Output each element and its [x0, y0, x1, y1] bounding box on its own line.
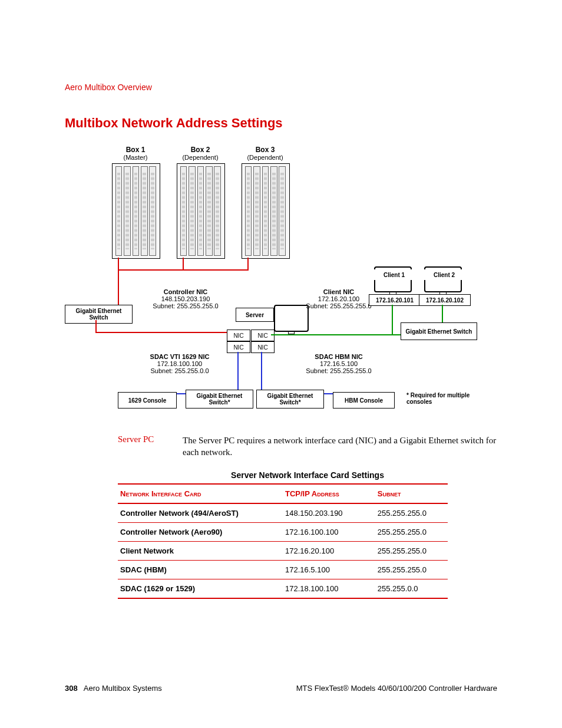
- cell-subnet: 255.255.255.0: [375, 541, 448, 560]
- client1-ip: 172.16.20.101: [369, 294, 421, 306]
- ge-switch-hbm: Gigabit Ethernet Switch*: [256, 390, 324, 409]
- cell-subnet: 255.255.255.0: [375, 560, 448, 579]
- box2-name: Box 2: [174, 146, 227, 154]
- console-1629: 1629 Console: [118, 392, 177, 409]
- wire-blue: [261, 352, 262, 393]
- cell-name: Client Network: [118, 541, 283, 560]
- controller-nic-label: Controller NIC 148.150.203.190 Subnet: 2…: [135, 288, 236, 309]
- wire-green: [392, 305, 393, 334]
- wire-blue: [237, 352, 239, 393]
- cell-subnet: 255.255.255.0: [375, 522, 448, 541]
- wire-red: [95, 332, 230, 333]
- ge-switch-controller: Gigabit Ethernet Switch: [65, 305, 133, 324]
- sdac-hbm-label: SDAC HBM NIC 172.16.5.100 Subnet: 255.25…: [289, 353, 389, 374]
- ge-switch-client: Gigabit Ethernet Switch: [401, 322, 477, 340]
- sdac-vti-label: SDAC VTI 1629 NIC 172.18.100.100 Subnet:…: [130, 353, 230, 374]
- cell-subnet: 255.255.255.0: [375, 503, 448, 523]
- sdac-hbm-subnet: Subnet: 255.255.255.0: [306, 367, 371, 374]
- table-row: Client Network 172.16.20.100 255.255.255…: [118, 541, 448, 560]
- table-row: Controller Network (494/AeroST) 148.150.…: [118, 503, 448, 523]
- footer-left: 308 Aero Multibox Systems: [65, 684, 162, 693]
- controller-nic-ip: 148.150.203.190: [161, 295, 210, 302]
- nic-top-left: NIC: [227, 330, 250, 341]
- box3-label: Box 3 (Dependent): [239, 146, 292, 161]
- cell-subnet: 255.255.0.0: [375, 579, 448, 598]
- box3-name: Box 3: [239, 146, 292, 154]
- chassis-box3: [242, 163, 290, 259]
- sdac-vti-subnet: Subnet: 255.255.0.0: [150, 367, 209, 374]
- nic-bot-right: NIC: [251, 341, 275, 353]
- table-row: Controller Network (Aero90) 172.16.100.1…: [118, 522, 448, 541]
- controller-nic-subnet: Subnet: 255.255.255.0: [153, 302, 218, 309]
- client2-ip: 172.16.20.102: [419, 294, 471, 306]
- page: Aero Multibox Overview Multibox Network …: [0, 0, 562, 728]
- th-subnet: Subnet: [375, 484, 448, 503]
- client1-label: Client 1: [374, 269, 414, 280]
- sdac-vti-title: SDAC VTI 1629 NIC: [130, 353, 230, 360]
- server-pc-block: Server PC The Server PC requires a netwo…: [118, 434, 497, 459]
- box3-role: (Dependent): [247, 154, 283, 161]
- cell-name: SDAC (HBM): [118, 560, 283, 579]
- sdac-hbm-ip: 172.16.5.100: [320, 360, 358, 367]
- box1-label: Box 1 (Master): [109, 146, 162, 161]
- box2-label: Box 2 (Dependent): [174, 146, 227, 161]
- client2-label: Client 2: [424, 269, 464, 280]
- sdac-hbm-title: SDAC HBM NIC: [289, 353, 389, 360]
- wire-red: [118, 269, 249, 271]
- nic-table-wrap: Server Network Interface Card Settings N…: [118, 470, 497, 599]
- main-title: Multibox Network Address Settings: [65, 116, 497, 131]
- cell-name: Controller Network (494/AeroST): [118, 503, 283, 523]
- server-pc-side-label: Server PC: [118, 434, 183, 459]
- cell-name: Controller Network (Aero90): [118, 522, 283, 541]
- nic-bot-left: NIC: [227, 341, 250, 353]
- page-footer: 308 Aero Multibox Systems MTS FlexTest® …: [65, 684, 497, 693]
- cell-name: SDAC (1629 or 1529): [118, 579, 283, 598]
- network-diagram: Box 1 (Master) Box 2 (Dependent) Box 3 (…: [65, 146, 497, 423]
- nic-table-title: Server Network Interface Card Settings: [118, 470, 497, 480]
- wire-red: [118, 258, 119, 305]
- footer-left-text: Aero Multibox Systems: [84, 684, 162, 693]
- cell-ip: 172.18.100.100: [283, 579, 375, 598]
- cell-ip: 148.150.203.190: [283, 503, 375, 523]
- th-ip: TCP/IP Address: [283, 484, 375, 503]
- th-nic: Network Interface Card: [118, 484, 283, 503]
- wire-red: [95, 320, 97, 332]
- controller-nic-title: Controller NIC: [135, 288, 236, 295]
- table-row: SDAC (1629 or 1529) 172.18.100.100 255.2…: [118, 579, 448, 598]
- console-hbm: HBM Console: [333, 392, 395, 409]
- page-number: 308: [65, 684, 78, 693]
- section-header: Aero Multibox Overview: [65, 83, 497, 92]
- cell-ip: 172.16.5.100: [283, 560, 375, 579]
- cell-ip: 172.16.100.100: [283, 522, 375, 541]
- box1-role: (Master): [124, 154, 148, 161]
- server-pc-text: The Server PC requires a network interfa…: [183, 434, 497, 459]
- cell-ip: 172.16.20.100: [283, 541, 375, 560]
- table-header-row: Network Interface Card TCP/IP Address Su…: [118, 484, 448, 503]
- client-nic-ip: 172.16.20.100: [318, 295, 359, 302]
- footer-right: MTS FlexTest® Models 40/60/100/200 Contr…: [296, 684, 497, 693]
- ge-switch-1629: Gigabit Ethernet Switch*: [186, 390, 253, 409]
- nic-table: Network Interface Card TCP/IP Address Su…: [118, 483, 448, 599]
- server-label: Server: [236, 308, 274, 322]
- box1-name: Box 1: [109, 146, 162, 154]
- table-row: SDAC (HBM) 172.16.5.100 255.255.255.0: [118, 560, 448, 579]
- chassis-box2: [177, 163, 225, 259]
- sdac-vti-ip: 172.18.100.100: [157, 360, 202, 367]
- wire-red: [183, 258, 184, 269]
- diagram-footnote: * Required for multiple consoles: [406, 392, 477, 405]
- wire-red: [247, 258, 249, 269]
- client-nic-subnet: Subnet: 255.255.255.0: [306, 302, 371, 309]
- box2-role: (Dependent): [182, 154, 218, 161]
- nic-top-right: NIC: [251, 330, 275, 341]
- chassis-box1: [112, 163, 160, 259]
